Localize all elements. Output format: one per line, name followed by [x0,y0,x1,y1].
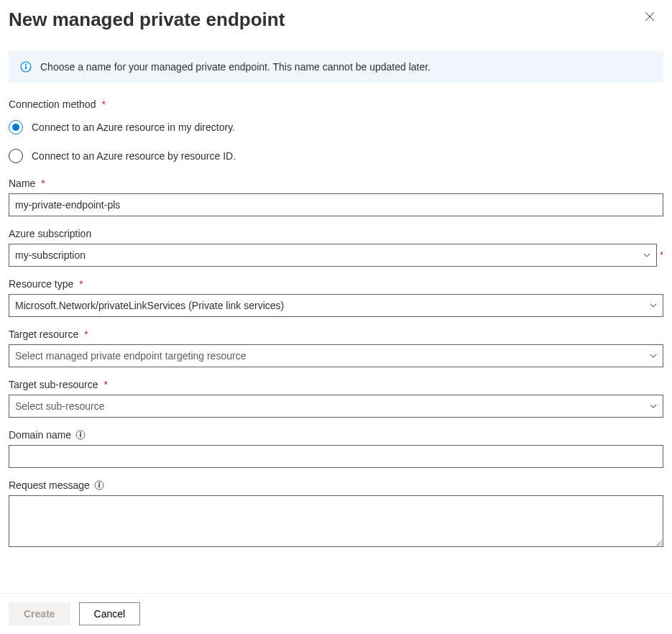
info-message: Choose a name for your managed private e… [9,51,663,83]
subscription-select[interactable]: my-subscription [9,244,657,267]
radio-connect-directory[interactable]: Connect to an Azure resource in my direc… [9,120,663,134]
name-label: Name* [9,178,663,189]
target-sub-resource-label: Target sub-resource* [9,379,663,390]
radio-icon [9,120,23,134]
close-icon [645,12,655,22]
info-icon[interactable] [75,430,86,440]
resource-type-select[interactable]: Microsoft.Network/privateLinkServices (P… [9,294,663,317]
name-field-block: Name* [9,178,663,216]
info-text: Choose a name for your managed private e… [40,61,431,73]
panel-title: New managed private endpoint [9,9,285,31]
resource-type-label: Resource type* [9,278,663,290]
required-indicator: * [660,250,663,260]
svg-point-3 [25,64,27,65]
radio-label: Connect to an Azure resource in my direc… [32,121,235,133]
subscription-field-block: Azure subscription my-subscription * [9,228,663,267]
request-message-label: Request message [9,479,663,491]
svg-point-9 [98,482,100,484]
target-sub-resource-select[interactable]: Select sub-resource [9,395,663,418]
resource-type-field-block: Resource type* Microsoft.Network/private… [9,278,663,317]
svg-rect-4 [25,66,27,70]
cancel-button[interactable]: Cancel [79,602,141,625]
create-button[interactable]: Create [9,602,70,625]
name-input[interactable] [9,193,663,216]
request-message-field-block: Request message [9,479,663,549]
target-sub-resource-field-block: Target sub-resource* Select sub-resource [9,379,663,418]
panel-header: New managed private endpoint [9,9,663,31]
svg-rect-7 [80,434,81,437]
subscription-label: Azure subscription [9,228,663,239]
radio-icon [9,149,23,163]
panel-footer: Create Cancel [0,593,672,634]
svg-point-6 [80,432,81,433]
target-resource-select[interactable]: Select managed private endpoint targetin… [9,344,663,367]
target-resource-label: Target resource* [9,329,663,340]
info-icon[interactable] [94,480,104,490]
svg-rect-10 [98,484,99,487]
info-icon [20,61,32,73]
domain-name-input[interactable] [9,445,663,468]
domain-name-label: Domain name [9,429,663,441]
connection-method-field: Connection method* Connect to an Azure r… [9,98,663,163]
connection-method-label: Connection method* [9,98,663,110]
target-resource-field-block: Target resource* Select managed private … [9,329,663,367]
radio-connect-resource-id[interactable]: Connect to an Azure resource by resource… [9,149,663,163]
panel-new-managed-private-endpoint: New managed private endpoint Choose a na… [0,0,672,634]
radio-label: Connect to an Azure resource by resource… [32,150,236,162]
request-message-textarea[interactable] [9,495,663,547]
close-button[interactable] [642,9,658,27]
domain-name-field-block: Domain name [9,429,663,468]
